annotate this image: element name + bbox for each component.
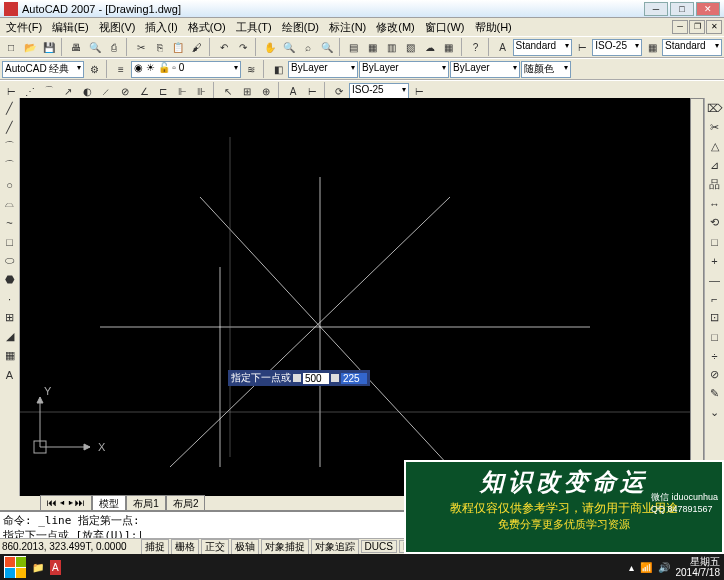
menu-tools[interactable]: 工具(T) [232, 19, 276, 36]
markup-icon[interactable]: ☁ [421, 38, 439, 56]
props-icon[interactable]: ▤ [345, 38, 363, 56]
draw-tool-2[interactable]: ⌒ [1, 138, 18, 155]
otrack-toggle[interactable]: 对象追踪 [311, 539, 359, 555]
publish-icon[interactable]: ⎙ [105, 38, 123, 56]
tray-network-icon[interactable]: 📶 [640, 562, 652, 573]
modify-tool-15[interactable]: ✎ [706, 385, 723, 402]
help-icon[interactable]: ? [467, 38, 485, 56]
modify-tool-11[interactable]: ⊡ [706, 309, 723, 326]
modify-tool-1[interactable]: ✂ [706, 119, 723, 136]
tray-volume-icon[interactable]: 🔊 [658, 562, 670, 573]
vertical-scrollbar[interactable] [690, 98, 704, 482]
menu-window[interactable]: 窗口(W) [421, 19, 469, 36]
preview-icon[interactable]: 🔍 [86, 38, 104, 56]
ducs-toggle[interactable]: DUCS [361, 540, 397, 553]
workspace-combo[interactable]: AutoCAD 经典 [2, 61, 84, 78]
modify-tool-13[interactable]: ÷ [706, 347, 723, 364]
draw-tool-12[interactable]: ◢ [1, 328, 18, 345]
grid-toggle[interactable]: 栅格 [171, 539, 199, 555]
menu-edit[interactable]: 编辑(E) [48, 19, 93, 36]
draw-tool-11[interactable]: ⊞ [1, 309, 18, 326]
draw-tool-4[interactable]: ○ [1, 176, 18, 193]
doc-restore-button[interactable]: ❐ [689, 20, 705, 34]
menu-format[interactable]: 格式(O) [184, 19, 230, 36]
snap-toggle[interactable]: 捕捉 [141, 539, 169, 555]
cut-icon[interactable]: ✂ [132, 38, 150, 56]
zoom-win-icon[interactable]: ⌕ [299, 38, 317, 56]
draw-tool-1[interactable]: ╱ [1, 119, 18, 136]
osnap-toggle[interactable]: 对象捕捉 [261, 539, 309, 555]
draw-tool-10[interactable]: · [1, 290, 18, 307]
start-button[interactable] [4, 556, 26, 578]
draw-tool-9[interactable]: ⬣ [1, 271, 18, 288]
tablestyle-icon[interactable]: ▦ [643, 38, 661, 56]
modify-tool-14[interactable]: ⊘ [706, 366, 723, 383]
layer-prev-icon[interactable]: ≋ [242, 60, 260, 78]
menu-insert[interactable]: 插入(I) [141, 19, 181, 36]
modify-tool-0[interactable]: ⌦ [706, 100, 723, 117]
ws-settings-icon[interactable]: ⚙ [85, 60, 103, 78]
draw-tool-14[interactable]: A [1, 366, 18, 383]
menu-modify[interactable]: 修改(M) [372, 19, 419, 36]
paste-icon[interactable]: 📋 [170, 38, 188, 56]
modify-tool-2[interactable]: △ [706, 138, 723, 155]
new-icon[interactable]: □ [2, 38, 20, 56]
draw-tool-0[interactable]: ╱ [1, 100, 18, 117]
zoom-prev-icon[interactable]: 🔍 [318, 38, 336, 56]
undo-icon[interactable]: ↶ [215, 38, 233, 56]
menu-dimension[interactable]: 标注(N) [325, 19, 370, 36]
layer-combo[interactable]: ◉ ☀ 🔓 ▫ 0 [131, 61, 241, 78]
menu-help[interactable]: 帮助(H) [471, 19, 516, 36]
copy-icon[interactable]: ⎘ [151, 38, 169, 56]
menu-view[interactable]: 视图(V) [95, 19, 140, 36]
dimstyle-combo[interactable]: ISO-25 [592, 39, 642, 56]
color-icon[interactable]: ◧ [269, 60, 287, 78]
draw-tool-7[interactable]: □ [1, 233, 18, 250]
modify-tool-3[interactable]: ⊿ [706, 157, 723, 174]
print-icon[interactable]: 🖶 [67, 38, 85, 56]
close-button[interactable]: ✕ [696, 2, 720, 16]
modify-tool-8[interactable]: + [706, 252, 723, 269]
linetype-combo[interactable]: ByLayer [359, 61, 449, 78]
modify-tool-6[interactable]: ⟲ [706, 214, 723, 231]
draw-tool-3[interactable]: ⌒ [1, 157, 18, 174]
open-icon[interactable]: 📂 [21, 38, 39, 56]
minimize-button[interactable]: ─ [644, 2, 668, 16]
modify-tool-5[interactable]: ↔ [706, 195, 723, 212]
task-explorer-icon[interactable]: 📁 [32, 562, 44, 573]
plotstyle-combo[interactable]: 随颜色 [521, 61, 571, 78]
save-icon[interactable]: 💾 [40, 38, 58, 56]
color-combo[interactable]: ByLayer [288, 61, 358, 78]
doc-minimize-button[interactable]: ─ [672, 20, 688, 34]
draw-tool-5[interactable]: ⌓ [1, 195, 18, 212]
zoom-rt-icon[interactable]: 🔍 [280, 38, 298, 56]
dim-style-combo[interactable]: ISO-25 [349, 83, 409, 100]
dynamic-input-angle[interactable]: 225 [341, 373, 367, 384]
lineweight-combo[interactable]: ByLayer [450, 61, 520, 78]
dcenter-icon[interactable]: ▦ [364, 38, 382, 56]
modify-tool-16[interactable]: ⌄ [706, 404, 723, 421]
draw-tool-6[interactable]: ~ [1, 214, 18, 231]
polar-toggle[interactable]: 极轴 [231, 539, 259, 555]
dimstyle-icon[interactable]: ⊢ [573, 38, 591, 56]
textstyle-combo[interactable]: Standard [513, 39, 573, 56]
dynamic-input-dist[interactable]: 500 [303, 373, 329, 384]
ortho-toggle[interactable]: 正交 [201, 539, 229, 555]
pan-icon[interactable]: ✋ [261, 38, 279, 56]
tablestyle-combo[interactable]: Standard [662, 39, 722, 56]
modify-tool-7[interactable]: □ [706, 233, 723, 250]
dynamic-input[interactable]: 指定下一点或 500 225 [228, 370, 370, 386]
calc-icon[interactable]: ▦ [440, 38, 458, 56]
textstyle-icon[interactable]: A [494, 38, 512, 56]
menu-draw[interactable]: 绘图(D) [278, 19, 323, 36]
ssm-icon[interactable]: ▧ [402, 38, 420, 56]
toolpal-icon[interactable]: ▥ [383, 38, 401, 56]
modify-tool-12[interactable]: □ [706, 328, 723, 345]
maximize-button[interactable]: □ [670, 2, 694, 16]
drawing-canvas[interactable]: X Y 指定下一点或 500 225 [20, 98, 704, 496]
modify-tool-9[interactable]: — [706, 271, 723, 288]
windows-taskbar[interactable]: 📁 A ▴ 📶 🔊 星期五 2014/7/18 [0, 554, 724, 580]
draw-tool-13[interactable]: ▦ [1, 347, 18, 364]
layer-mgr-icon[interactable]: ≡ [112, 60, 130, 78]
task-autocad-icon[interactable]: A [50, 560, 61, 575]
